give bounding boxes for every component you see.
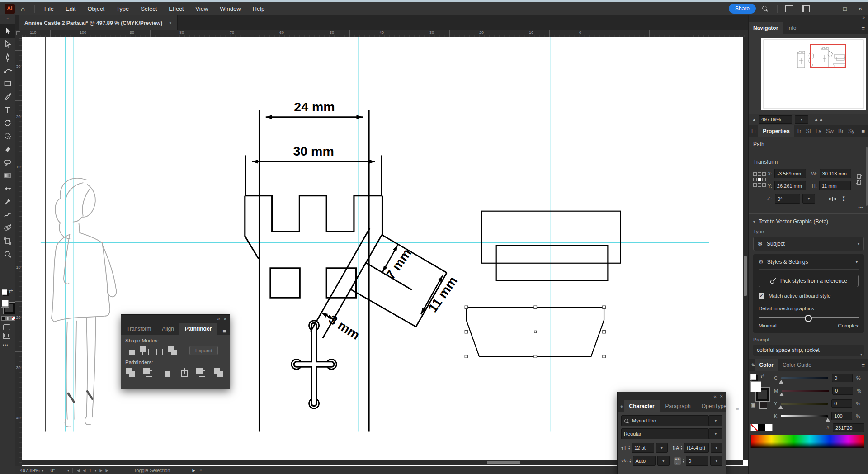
menu-edit[interactable]: Edit — [66, 5, 75, 12]
quick-swatches[interactable] — [750, 424, 773, 431]
tool-lasso[interactable] — [0, 129, 15, 142]
tab-opentype[interactable]: OpenType — [696, 400, 732, 412]
font-family-dropdown[interactable]: ▾ — [709, 415, 722, 426]
menu-type[interactable]: Type — [116, 5, 129, 12]
horizontal-scrollbar-thumb[interactable] — [487, 461, 520, 464]
vertical-scrollbar[interactable] — [743, 37, 748, 460]
font-size-stepper[interactable]: ▴▾ — [628, 446, 630, 450]
shape-mode-intersect-icon[interactable] — [153, 346, 163, 355]
dock-collapse-icon[interactable]: » — [749, 15, 868, 22]
status-collapse-icon[interactable]: « — [200, 468, 202, 473]
person-sketch[interactable] — [52, 178, 117, 427]
cyan-slider[interactable] — [781, 377, 828, 379]
menu-object[interactable]: Object — [87, 5, 104, 12]
fill-swatch[interactable] — [1, 299, 9, 308]
navigator-zoom-dropdown[interactable]: ▾ — [795, 115, 808, 124]
next-artboard-icon[interactable]: ▶ — [99, 469, 102, 473]
tab-brushes[interactable]: Br — [836, 125, 846, 137]
styles-collapse-icon[interactable]: ▼ — [855, 260, 859, 264]
vertical-ruler[interactable] — [15, 37, 22, 466]
panel-cycle-icon[interactable]: ⇅ — [618, 402, 624, 412]
tab-info[interactable]: Info — [783, 22, 801, 34]
tool-shape-builder[interactable] — [0, 221, 15, 234]
dim-24mm[interactable]: 24 mm — [294, 100, 335, 114]
menu-view[interactable]: View — [195, 5, 208, 12]
panel-menu-icon[interactable]: ≡ — [732, 405, 743, 412]
document-tab[interactable]: Annies Castle 2 Parts.ai* @ 497.89 % (CM… — [19, 15, 178, 30]
tool-rotate[interactable] — [0, 116, 15, 129]
pathfinder-divide-icon[interactable] — [125, 368, 135, 377]
fill-swatch[interactable] — [750, 381, 761, 392]
white-swatch[interactable] — [765, 424, 773, 431]
x-input[interactable]: -3.569 mm — [774, 169, 806, 178]
navigator-zoom-input[interactable]: 497.89% — [759, 115, 792, 124]
pathfinder-panel-header[interactable]: « × — [121, 315, 230, 322]
tab-properties[interactable]: Properties — [758, 125, 794, 137]
navigator-preview[interactable] — [749, 34, 868, 114]
shape-mode-unite-icon[interactable] — [125, 346, 135, 355]
tab-navigator[interactable]: Navigator — [749, 22, 783, 34]
menu-select[interactable]: Select — [141, 5, 157, 12]
expand-button[interactable]: Expand — [189, 346, 218, 355]
share-button[interactable]: Share — [729, 4, 756, 14]
font-size-input[interactable]: 12 pt — [632, 443, 654, 453]
flip-horizontal-icon[interactable]: ▶◀ — [829, 197, 836, 201]
collapse-icon[interactable]: « — [713, 393, 716, 399]
none-swatch[interactable] — [750, 424, 758, 431]
tool-gradient[interactable] — [0, 169, 15, 182]
yellow-value-input[interactable]: 0 — [831, 399, 852, 408]
window-close-button[interactable]: × — [853, 5, 868, 12]
zoom-out-icon[interactable]: ▲ — [752, 118, 756, 122]
leading-dropdown[interactable]: ▾ — [711, 443, 722, 453]
arrange-documents-icon[interactable] — [785, 5, 793, 12]
screen-mode-icon[interactable] — [3, 333, 10, 339]
status-play-icon[interactable]: ▶ — [193, 469, 195, 473]
tab-transparency[interactable]: Tr — [794, 125, 804, 137]
toolbar-collapse-icon[interactable]: » — [0, 15, 15, 21]
tool-eyedropper[interactable] — [0, 195, 15, 208]
tab-color[interactable]: Color — [755, 359, 778, 371]
menu-effect[interactable]: Effect — [169, 5, 184, 12]
tool-eraser[interactable] — [0, 142, 15, 156]
black-swatch[interactable] — [758, 424, 765, 431]
workspace-switcher-icon[interactable] — [802, 5, 810, 12]
tab-color-guide[interactable]: Color Guide — [778, 359, 816, 371]
home-icon[interactable]: ⌂ — [21, 5, 25, 13]
shape-mode-exclude-icon[interactable] — [167, 346, 177, 355]
panel-menu-icon[interactable]: ≡ — [858, 128, 868, 135]
cyan-value-input[interactable]: 0 — [832, 374, 853, 382]
default-fill-stroke-icon[interactable] — [2, 289, 7, 295]
selected-hull-shape[interactable] — [465, 306, 605, 358]
pathfinder-trim-icon[interactable] — [143, 368, 153, 377]
prompt-input[interactable]: colorful space ship, rocket ▾ — [753, 345, 864, 356]
tracking-dropdown[interactable]: ▾ — [710, 456, 722, 466]
y-input[interactable]: 26.261 mm — [774, 181, 806, 190]
menu-window[interactable]: Window — [220, 5, 241, 12]
panel-menu-icon[interactable]: ≡ — [858, 362, 868, 369]
swap-fill-stroke-icon[interactable]: ⇄ — [9, 289, 13, 294]
pathfinder-merge-icon[interactable] — [160, 368, 170, 377]
detail-slider[interactable] — [759, 315, 859, 321]
tracking-stepper[interactable]: ▴▾ — [683, 459, 684, 463]
status-rotation-control[interactable]: 0° ▾ — [47, 468, 72, 473]
previous-artboard-icon[interactable]: ◀ — [83, 469, 85, 473]
flip-vertical-icon[interactable]: ▼▲ — [842, 196, 845, 202]
h-input[interactable]: 11 mm — [819, 181, 851, 190]
dock-scrollbar-thumb[interactable] — [866, 147, 868, 206]
tab-character[interactable]: Character — [624, 400, 660, 412]
pick-styles-button[interactable]: Pick styles from a reference — [759, 275, 859, 287]
dim-3mm[interactable]: 3 mm — [326, 312, 363, 342]
tool-scribble[interactable] — [0, 208, 15, 221]
close-icon[interactable]: × — [720, 393, 723, 399]
tab-align[interactable]: Align — [156, 323, 179, 335]
tool-width[interactable] — [0, 182, 15, 195]
gamut-color-swatch[interactable] — [760, 401, 767, 409]
collapse-icon[interactable]: « — [217, 316, 220, 322]
menu-help[interactable]: Help — [253, 5, 265, 12]
tool-curvature[interactable] — [0, 64, 15, 77]
kerning-input[interactable]: Auto — [633, 456, 656, 466]
draw-mode-icon[interactable] — [3, 324, 10, 330]
hex-input[interactable]: 231F20 — [833, 423, 864, 432]
tool-paintbrush[interactable] — [0, 90, 15, 103]
more-options-icon[interactable]: ••• — [753, 205, 864, 210]
